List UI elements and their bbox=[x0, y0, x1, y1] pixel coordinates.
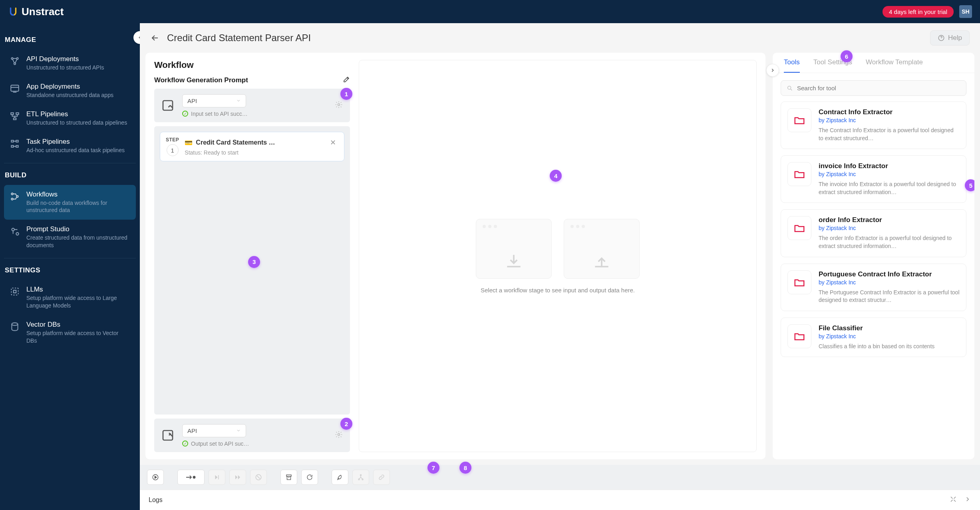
tools-panel-collapse-button[interactable] bbox=[766, 64, 779, 77]
steps-area[interactable]: 3 STEP 1 💳 Credit Card Statements … ✕ bbox=[154, 126, 350, 415]
output-settings-button[interactable] bbox=[333, 429, 344, 442]
hierarchy-icon bbox=[357, 474, 364, 481]
logs-bar[interactable]: Logs bbox=[140, 490, 980, 510]
download-icon bbox=[504, 252, 524, 272]
tab-tools[interactable]: Tools bbox=[784, 58, 800, 73]
svg-point-35 bbox=[358, 479, 360, 480]
fast-forward-icon bbox=[234, 474, 241, 481]
logo[interactable]: Unstract bbox=[8, 6, 64, 18]
edit-prompt-button[interactable] bbox=[343, 76, 350, 85]
tool-card[interactable]: File Classifierby Zipstack IncClassifies… bbox=[781, 318, 966, 357]
workflow-title: Workflow bbox=[154, 60, 350, 70]
sidebar-item-label: App Deployments bbox=[26, 83, 130, 91]
svg-marker-27 bbox=[215, 475, 218, 480]
skip-forward-button[interactable] bbox=[209, 470, 225, 485]
sidebar-item-llms[interactable]: LLMsSetup platform wide access to Large … bbox=[4, 280, 136, 315]
svg-marker-25 bbox=[155, 476, 157, 478]
step-status: Status: Ready to start bbox=[185, 149, 338, 156]
input-icon bbox=[161, 98, 175, 113]
tool-desc: The Portuguese Contract Info Extractor i… bbox=[819, 289, 960, 304]
tools-tabs: Tools Tool Settings Workflow Template bbox=[773, 53, 974, 73]
marker-bubble-8: 8 bbox=[459, 462, 471, 474]
main: Credit Card Statement Parser API Help Wo… bbox=[140, 23, 980, 510]
skip-icon bbox=[213, 474, 221, 481]
sidebar-item-label: LLMs bbox=[26, 286, 130, 294]
step-card[interactable]: STEP 1 💳 Credit Card Statements … ✕ Stat… bbox=[160, 132, 344, 161]
sidebar-item-sub: Build no-code data workflows for unstruc… bbox=[26, 199, 130, 214]
section-build: BUILD bbox=[4, 167, 136, 185]
sidebar-item-etl-pipelines[interactable]: ETL PipelinesUnstructured to structured … bbox=[4, 105, 136, 132]
tab-workflow-template[interactable]: Workflow Template bbox=[866, 58, 923, 73]
logs-chevron-button[interactable] bbox=[964, 496, 971, 504]
input-select[interactable]: API bbox=[182, 94, 246, 107]
deploy-api-button[interactable] bbox=[332, 470, 348, 485]
play-button[interactable] bbox=[147, 470, 164, 485]
sidebar-item-label: Task Pipelines bbox=[26, 138, 130, 146]
cache-button[interactable] bbox=[280, 470, 297, 485]
input-settings-button[interactable] bbox=[333, 99, 344, 112]
divider bbox=[4, 258, 136, 258]
deploy-link-button[interactable] bbox=[373, 470, 390, 485]
workflow-preview: 4 Select a workflow stage to see input a… bbox=[359, 60, 757, 452]
expand-logs-button[interactable] bbox=[950, 496, 957, 504]
stop-button[interactable] bbox=[250, 470, 267, 485]
sidebar-item-app-deployments[interactable]: App DeploymentsStandalone unstructured d… bbox=[4, 77, 136, 105]
svg-point-15 bbox=[16, 233, 19, 236]
svg-point-14 bbox=[12, 228, 14, 231]
tool-title: Contract Info Extractor bbox=[819, 108, 960, 116]
marker-bubble-5: 5 bbox=[965, 179, 974, 191]
gear-icon bbox=[335, 101, 343, 109]
sidebar-item-label: Vector DBs bbox=[26, 321, 130, 329]
output-icon bbox=[161, 428, 175, 443]
tool-title: order Info Extractor bbox=[819, 216, 960, 224]
credit-card-icon: 💳 bbox=[185, 139, 193, 147]
tools-panel: 6 Tools Tool Settings Workflow Template … bbox=[773, 53, 974, 459]
tool-search[interactable] bbox=[781, 80, 966, 96]
input-card: 1 API ✓ Input set to API succ… bbox=[154, 89, 350, 122]
tool-author: by Zipstack Inc bbox=[819, 225, 960, 231]
sidebar-item-sub: Create structured data from unstructured… bbox=[26, 234, 130, 249]
svg-point-2 bbox=[14, 63, 16, 64]
sidebar-item-prompt-studio[interactable]: Prompt StudioCreate structured data from… bbox=[4, 220, 136, 255]
folder-icon bbox=[793, 168, 805, 180]
svg-point-12 bbox=[11, 198, 13, 200]
sidebar-item-task-pipelines[interactable]: Task PipelinesAd-hoc unstructured data t… bbox=[4, 132, 136, 160]
sidebar-item-vector-dbs[interactable]: Vector DBsSetup platform wide access to … bbox=[4, 315, 136, 350]
output-select[interactable]: API bbox=[182, 424, 246, 437]
tool-card[interactable]: invoice Info Extractorby Zipstack IncThe… bbox=[781, 155, 966, 203]
avatar[interactable]: SH bbox=[959, 5, 972, 18]
help-button[interactable]: Help bbox=[930, 30, 970, 46]
tool-search-input[interactable] bbox=[797, 85, 960, 91]
sidebar-item-sub: Ad-hoc unstructured data task pipelines bbox=[26, 147, 130, 154]
svg-rect-33 bbox=[287, 476, 291, 480]
tool-card[interactable]: Portuguese Contract Info Extractorby Zip… bbox=[781, 264, 966, 311]
tool-card[interactable]: Contract Info Extractorby Zipstack IncTh… bbox=[781, 101, 966, 149]
trial-badge[interactable]: 4 days left in your trial bbox=[883, 6, 954, 18]
svg-rect-10 bbox=[16, 145, 18, 147]
input-status: Input set to API succ… bbox=[191, 111, 248, 117]
tool-card[interactable]: order Info Extractorby Zipstack IncThe o… bbox=[781, 209, 966, 257]
page-title: Credit Card Statement Parser API bbox=[167, 32, 923, 44]
deploy-task-button[interactable] bbox=[352, 470, 369, 485]
sidebar: MANAGE API DeploymentsUnstructured to st… bbox=[0, 23, 140, 510]
refresh-button[interactable] bbox=[301, 470, 318, 485]
svg-point-13 bbox=[16, 195, 18, 197]
workflow-prompt-label: Workflow Generation Prompt bbox=[154, 76, 248, 84]
svg-rect-7 bbox=[11, 140, 13, 142]
rocket-icon bbox=[336, 474, 344, 481]
sidebar-item-sub: Unstructured to structured data pipeline… bbox=[26, 119, 130, 127]
sidebar-item-workflows[interactable]: WorkflowsBuild no-code data workflows fo… bbox=[4, 185, 136, 220]
search-icon bbox=[787, 85, 793, 91]
svg-rect-19 bbox=[163, 101, 173, 110]
svg-point-17 bbox=[12, 323, 18, 325]
back-button[interactable] bbox=[150, 33, 160, 43]
tool-list[interactable]: 5 Contract Info Extractorby Zipstack Inc… bbox=[773, 101, 974, 459]
help-label: Help bbox=[948, 34, 962, 42]
sidebar-item-api-deployments[interactable]: API DeploymentsUnstructured to structure… bbox=[4, 50, 136, 77]
fast-forward-button[interactable] bbox=[229, 470, 246, 485]
sidebar-item-label: API Deployments bbox=[26, 55, 130, 63]
step-run-button[interactable] bbox=[177, 470, 205, 485]
preview-text: Select a workflow stage to see input and… bbox=[481, 287, 635, 294]
tool-desc: The Contract Info Extractor is a powerfu… bbox=[819, 127, 960, 142]
remove-step-button[interactable]: ✕ bbox=[328, 137, 338, 148]
